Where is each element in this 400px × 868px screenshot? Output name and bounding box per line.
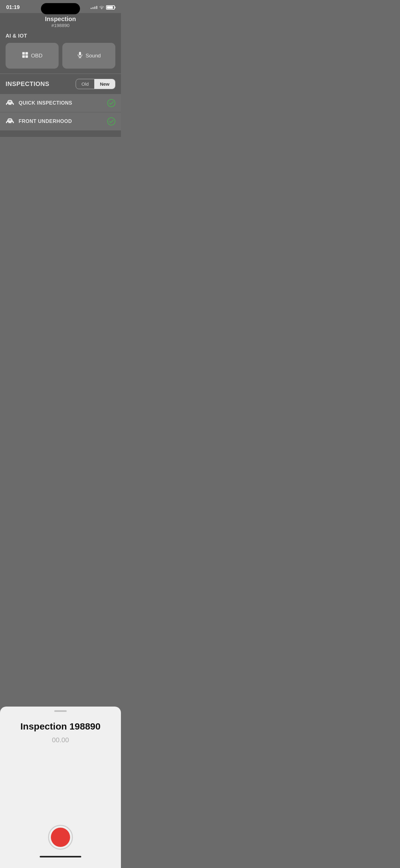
front-underhood-label: FRONT UNDERHOOD (19, 119, 103, 124)
page-title: Inspection (6, 16, 115, 23)
toggle-group: Old New (76, 79, 115, 89)
svg-point-8 (11, 104, 13, 105)
toggle-new[interactable]: New (94, 79, 115, 89)
microphone-icon (77, 52, 83, 60)
status-icons (91, 5, 115, 10)
car-icon-quick (6, 99, 14, 107)
quick-inspections-label: QUICK INSPECTIONS (19, 100, 103, 106)
svg-rect-4 (79, 52, 81, 56)
svg-rect-12 (9, 119, 11, 121)
svg-point-7 (7, 104, 8, 105)
ai-iot-title: AI & IOT (6, 33, 115, 39)
inspections-header: INSPECTIONS Old New (0, 79, 121, 89)
ai-grid: OBD Sound (6, 43, 115, 69)
signal-icon (91, 6, 97, 9)
battery-icon (106, 5, 115, 10)
sound-label: Sound (86, 53, 101, 59)
inspection-item-quick[interactable]: QUICK INSPECTIONS (0, 94, 121, 112)
car-icon-front (6, 117, 14, 125)
dynamic-island (41, 3, 80, 14)
wifi-icon (99, 5, 104, 10)
page-subtitle: #198890 (6, 23, 115, 28)
svg-rect-1 (26, 52, 28, 55)
svg-point-10 (7, 122, 8, 123)
svg-rect-0 (22, 52, 25, 55)
quick-inspections-check (107, 99, 115, 107)
svg-rect-9 (9, 101, 11, 102)
inspections-title: INSPECTIONS (6, 81, 49, 88)
status-bar: 01:19 (0, 0, 121, 13)
sound-card[interactable]: Sound (62, 43, 115, 69)
svg-point-11 (11, 122, 13, 123)
ai-iot-section: AI & IOT OBD (0, 33, 121, 69)
front-underhood-check (107, 117, 115, 125)
status-time: 01:19 (6, 4, 20, 10)
svg-rect-2 (22, 55, 25, 58)
toggle-old[interactable]: Old (76, 79, 94, 89)
page-header: Inspection #198890 (0, 13, 121, 33)
obd-card[interactable]: OBD (6, 43, 59, 69)
background-content: Inspection #198890 AI & IOT OBD (0, 13, 121, 137)
inspection-item-front[interactable]: FRONT UNDERHOOD (0, 113, 121, 130)
section-divider (0, 73, 121, 74)
svg-rect-3 (26, 55, 28, 58)
obd-icon (22, 52, 29, 60)
obd-label: OBD (31, 53, 42, 59)
